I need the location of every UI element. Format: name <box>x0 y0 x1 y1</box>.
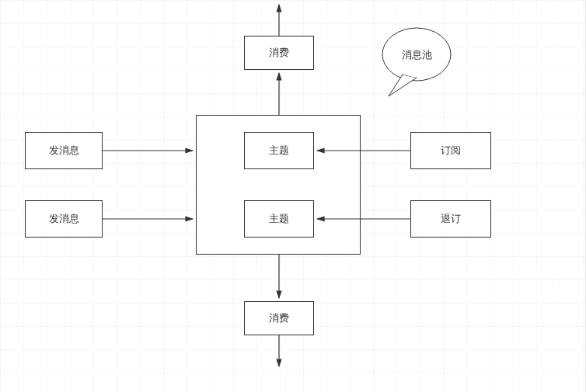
box-topic-2: 主题 <box>244 200 314 238</box>
box-consume-top-label: 消费 <box>269 46 289 60</box>
box-send-message-2: 发消息 <box>25 200 103 238</box>
box-send-message-2-label: 发消息 <box>49 212 79 226</box>
speech-bubble-label: 消息池 <box>379 48 454 62</box>
speech-bubble-message-pool: 消息池 <box>379 26 454 98</box>
box-subscribe: 订阅 <box>410 132 491 169</box>
box-unsubscribe-label: 退订 <box>441 212 461 226</box>
box-send-message-1-label: 发消息 <box>49 144 79 158</box>
box-consume-bottom: 消费 <box>244 301 314 335</box>
box-consume-bottom-label: 消费 <box>269 311 289 325</box>
box-topic-1: 主题 <box>244 132 314 169</box>
box-send-message-1: 发消息 <box>25 132 103 169</box>
diagram-canvas: 消费 消费 发消息 发消息 主题 主题 订阅 退订 消息池 <box>0 0 586 392</box>
box-topic-2-label: 主题 <box>269 212 289 226</box>
box-unsubscribe: 退订 <box>410 200 491 238</box>
box-subscribe-label: 订阅 <box>441 144 461 158</box>
box-topic-1-label: 主题 <box>269 144 289 158</box>
box-consume-top: 消费 <box>244 36 314 70</box>
